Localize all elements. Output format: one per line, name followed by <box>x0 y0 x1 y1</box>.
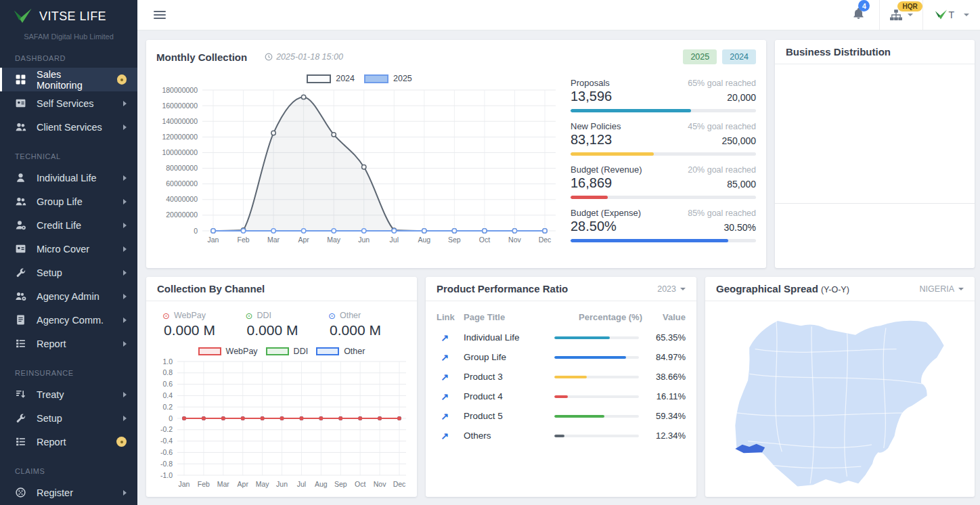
geographical-spread-title: Geographical Spread(Y-O-Y) <box>716 283 849 294</box>
year-buttons: 20252024 <box>683 49 756 64</box>
svg-text:Feb: Feb <box>237 236 249 244</box>
percentage-bar-track <box>554 415 639 418</box>
sidebar-item-agency-comm[interactable]: Agency Comm. <box>0 308 137 332</box>
svg-text:Jan: Jan <box>208 236 219 244</box>
svg-text:-0.4: -0.4 <box>160 437 173 445</box>
monthly-collection-title: Monthly Collection <box>156 51 247 63</box>
legend-item-2024[interactable]: 2024 <box>307 74 355 83</box>
sidebar-item-label: Group Life <box>37 196 83 207</box>
goal-stat-proposals: Proposals65% goal reached13,59620,000 <box>571 78 756 112</box>
sidebar-item-label: Agency Comm. <box>37 315 104 326</box>
product-title: Product 5 <box>464 411 554 421</box>
sidebar-item-label: Sales Monitoring <box>37 69 107 91</box>
year-2024-button[interactable]: 2024 <box>722 49 756 64</box>
sidebar-section-claims: CLAIMS <box>15 467 137 475</box>
open-link-icon[interactable]: ↗ <box>437 352 453 363</box>
sort-icon <box>15 389 26 400</box>
sidebar-item-setup[interactable]: Setup <box>0 261 137 284</box>
product-row-others: ↗Others12.34% <box>426 426 696 445</box>
open-link-icon[interactable]: ↗ <box>437 391 453 402</box>
legend-item-2025[interactable]: 2025 <box>364 74 412 83</box>
year-select[interactable]: 2023 <box>657 284 686 294</box>
sidebar-item-label: Micro Cover <box>37 244 89 255</box>
person-icon <box>15 172 26 183</box>
stat-target: 30.50% <box>724 222 756 233</box>
legend-item-webpay[interactable]: WebPay <box>198 347 258 356</box>
wrench-icon <box>15 267 26 278</box>
svg-text:0: 0 <box>169 414 173 422</box>
sidebar-item-setup[interactable]: Setup <box>0 406 137 430</box>
sidebar-item-credit-life[interactable]: Credit Life <box>0 213 137 237</box>
svg-text:0.6: 0.6 <box>162 380 173 388</box>
svg-text:Jan: Jan <box>179 480 190 488</box>
product-table-body: ↗Individual Life65.35%↗Group Life84.97%↗… <box>426 328 696 445</box>
sidebar-item-micro-cover[interactable]: Micro Cover <box>0 237 137 261</box>
percentage-bar-fill <box>554 395 568 398</box>
column-header-link: Link <box>437 312 464 322</box>
svg-text:Feb: Feb <box>198 480 210 488</box>
chevron-right-icon <box>123 125 127 130</box>
svg-text:Oct: Oct <box>355 480 365 488</box>
legend-item-ddi[interactable]: DDI <box>266 347 309 356</box>
legend-swatch <box>316 347 339 355</box>
sidebar-item-label: Self Services <box>37 98 94 109</box>
org-caret-icon <box>908 14 913 16</box>
svg-text:180000000: 180000000 <box>162 86 198 94</box>
progress-track <box>571 239 756 242</box>
sidebar-item-self-services[interactable]: Self Services <box>0 91 137 115</box>
goal-reached-text: 85% goal reached <box>688 208 756 218</box>
chevron-right-icon <box>123 294 127 299</box>
notifications-button[interactable]: 4 <box>853 7 864 22</box>
open-link-icon[interactable]: ↗ <box>437 372 453 382</box>
percentage-bar-track <box>554 356 639 359</box>
sidebar-item-treaty[interactable]: Treaty <box>0 382 137 406</box>
region-select-caret-icon <box>958 288 964 290</box>
sidebar-item-group-life[interactable]: Group Life <box>0 190 137 213</box>
open-link-icon[interactable]: ↗ <box>437 332 453 343</box>
sidebar-item-register[interactable]: Register <box>0 481 137 504</box>
stat-label: New Policies <box>571 121 621 131</box>
channel-stat-other: ⊙Other0.000 M <box>323 311 406 338</box>
year-select-value: 2023 <box>657 284 676 294</box>
chevron-right-icon <box>123 223 127 228</box>
product-row-individual-life: ↗Individual Life65.35% <box>426 328 696 347</box>
product-row-product-4: ↗Product 416.11% <box>426 387 696 406</box>
sidebar-item-label: Report <box>37 437 66 447</box>
svg-text:0.2: 0.2 <box>162 403 173 411</box>
column-header-percentage: Percentage (%) <box>554 312 642 322</box>
region-select-value: NIGERIA <box>920 284 954 294</box>
sidebar-item-sales-monitoring[interactable]: Sales Monitoring <box>0 68 137 91</box>
percentage-bar-track <box>554 435 639 437</box>
legend-item-other[interactable]: Other <box>316 347 365 356</box>
sidebar-item-agency-admin[interactable]: Agency Admin <box>0 284 137 308</box>
open-link-icon[interactable]: ↗ <box>437 431 453 441</box>
user-caret-icon <box>964 14 969 16</box>
sidebar-item-report[interactable]: Report <box>0 430 137 454</box>
region-select[interactable]: NIGERIA <box>920 284 964 294</box>
svg-text:Oct: Oct <box>479 236 490 244</box>
legend-swatch <box>364 74 388 83</box>
product-title: Individual Life <box>464 332 554 343</box>
menu-toggle-icon[interactable] <box>154 9 166 21</box>
percentage-bar-fill <box>554 435 564 437</box>
percentage-bar-track <box>554 395 639 398</box>
sidebar-item-label: Individual Life <box>37 173 97 183</box>
sidebar-item-report[interactable]: Report <box>0 332 137 355</box>
business-distribution-card: Business Distribution <box>775 40 975 268</box>
year-2025-button[interactable]: 2025 <box>683 49 717 64</box>
product-value: 59.34% <box>642 411 686 421</box>
chevron-right-icon <box>123 101 127 106</box>
sidebar-item-client-services[interactable]: Client Services <box>0 115 137 139</box>
business-distribution-title: Business Distribution <box>786 46 891 58</box>
svg-text:Jul: Jul <box>297 480 306 488</box>
monthly-chart-legend: 20242025 <box>156 74 562 83</box>
percentage-bar-track <box>554 376 639 378</box>
chevron-right-icon <box>123 341 127 347</box>
user-menu[interactable]: T <box>923 9 969 21</box>
product-row-group-life: ↗Group Life84.97% <box>426 347 696 367</box>
open-link-icon[interactable]: ↗ <box>437 411 453 422</box>
org-selector[interactable]: HQR <box>879 0 923 30</box>
sidebar-item-individual-life[interactable]: Individual Life <box>0 166 137 190</box>
svg-text:Apr: Apr <box>298 236 309 244</box>
percentage-bar-fill <box>554 376 587 378</box>
